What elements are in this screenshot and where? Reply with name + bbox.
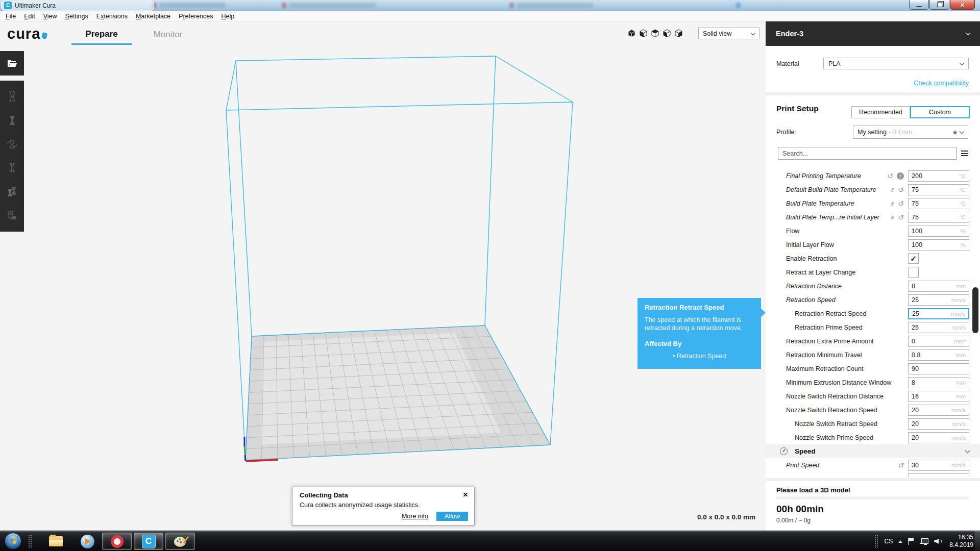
network-icon[interactable] [920, 538, 928, 545]
view-right-icon[interactable] [674, 29, 683, 38]
menu-preferences[interactable]: Preferences [175, 13, 217, 20]
speed-section-header[interactable]: Speed [766, 444, 980, 458]
setting-search-input[interactable] [778, 147, 957, 160]
reset-icon[interactable] [898, 186, 904, 194]
close-icon[interactable] [463, 490, 468, 499]
taskbar-cura-button[interactable] [134, 533, 163, 550]
tab-monitor[interactable]: Monitor [144, 24, 191, 45]
setting-row[interactable]: Build Plate Temperature75°C [766, 196, 980, 210]
volume-icon[interactable] [934, 538, 942, 545]
menu-help[interactable]: Help [217, 13, 238, 20]
setting-row[interactable]: Build Plate Temp...re Initial Layer75°C [766, 210, 980, 224]
setting-visibility-menu-icon[interactable] [961, 151, 968, 156]
custom-mode-button[interactable]: Custom [910, 106, 970, 118]
show-desktop-button[interactable] [974, 531, 980, 551]
setting-checkbox[interactable] [908, 267, 919, 278]
menu-settings[interactable]: Settings [61, 13, 92, 20]
setting-value-field[interactable]: 16mm [908, 391, 969, 402]
restore-button[interactable] [929, 0, 949, 10]
setting-value-field[interactable]: 100% [908, 226, 969, 237]
setting-row[interactable]: Retraction Prime Speed25mm/s [766, 320, 980, 334]
more-info-link[interactable]: More info [402, 513, 428, 520]
recommended-mode-button[interactable]: Recommended [851, 106, 910, 118]
link-icon[interactable] [888, 186, 896, 194]
setting-value-field[interactable]: 8mm [908, 377, 969, 388]
setting-checkbox[interactable] [908, 253, 919, 264]
setting-row[interactable]: Flow100% [766, 224, 980, 238]
reset-icon[interactable] [898, 461, 904, 469]
action-center-flag-icon[interactable] [908, 538, 914, 545]
check-compatibility-link[interactable]: Check compatibility [914, 80, 969, 87]
setting-value-field[interactable]: 0.8mm [908, 349, 969, 361]
show-hidden-icons-arrow[interactable] [898, 540, 902, 543]
setting-value-field[interactable]: 30mm/s [908, 460, 969, 471]
tab-prepare[interactable]: Prepare [71, 24, 132, 45]
viewport-canvas[interactable] [0, 46, 766, 531]
setting-row[interactable]: Nozzle Switch Retraction Distance16mm [766, 389, 980, 403]
close-button[interactable] [950, 0, 975, 10]
setting-value-field[interactable]: 100% [908, 239, 969, 251]
menu-extensions[interactable]: Extensions [92, 13, 132, 20]
setting-value-field[interactable]: 75°C [908, 198, 969, 209]
setting-value-field[interactable]: 25mm/s [908, 294, 969, 306]
function-icon[interactable] [897, 172, 904, 180]
language-indicator[interactable]: CS [885, 538, 893, 545]
link-icon[interactable] [888, 199, 896, 208]
menu-marketplace[interactable]: Marketplace [132, 13, 175, 20]
view-3d-icon[interactable] [627, 29, 636, 38]
menu-file[interactable]: File [2, 13, 20, 20]
setting-value-field[interactable]: 20mm/s [908, 405, 969, 416]
toolbar-grip[interactable] [874, 535, 879, 548]
toolbar-grip[interactable] [28, 535, 33, 548]
setting-row[interactable]: Maximum Retraction Count90 [766, 362, 980, 375]
setting-row[interactable]: Minimum Extrusion Distance Window8mm [766, 375, 980, 389]
setting-value-field[interactable]: 75°C [908, 212, 969, 223]
setting-row-hovered[interactable]: Retraction Retract Speed25mm/s [766, 307, 980, 320]
view-front-icon[interactable] [639, 29, 648, 38]
setting-row[interactable]: Nozzle Switch Retract Speed20mm/s [766, 417, 980, 431]
setting-row[interactable]: Retraction Minimum Travel0.8mm [766, 348, 980, 362]
profile-dropdown[interactable]: My setting - 0.1mm [853, 126, 968, 139]
setting-value-field[interactable]: 0mm³ [908, 336, 969, 347]
taskbar-media-player-button[interactable] [72, 533, 102, 550]
setting-row[interactable]: Final Printing Temperature200°C [766, 169, 980, 183]
menu-view[interactable]: View [39, 13, 61, 20]
setting-row[interactable]: Retraction Speed25mm/s [766, 293, 980, 307]
setting-row[interactable]: Retraction Distance8mm [766, 279, 980, 293]
reset-icon[interactable] [898, 199, 904, 208]
setting-row[interactable]: Retract at Layer Change [766, 265, 980, 279]
setting-row[interactable]: Initial Layer Flow100% [766, 238, 980, 252]
taskbar-opera-button[interactable] [102, 533, 132, 550]
setting-row[interactable]: Print Speed30mm/s [766, 458, 980, 472]
reset-icon[interactable] [887, 172, 893, 180]
setting-value-field[interactable]: 25mm/s [908, 322, 969, 333]
start-button[interactable] [5, 533, 21, 549]
setting-value-field[interactable]: 8mm [908, 281, 969, 292]
settings-scrollbar[interactable] [972, 287, 978, 333]
setting-value-field[interactable]: 200°C [908, 170, 969, 182]
allow-button[interactable]: Allow [436, 512, 468, 521]
setting-row[interactable]: Nozzle Switch Retraction Speed20mm/s [766, 403, 980, 417]
taskbar-explorer-button[interactable] [41, 533, 70, 550]
setting-row[interactable]: Nozzle Switch Prime Speed20mm/s [766, 431, 980, 444]
minimize-button[interactable] [909, 0, 929, 10]
view-left-icon[interactable] [663, 29, 671, 38]
setting-value-field[interactable]: 20mm/s [908, 432, 969, 443]
machine-selector[interactable]: Ender-3 [766, 21, 980, 46]
setting-row[interactable]: Enable Retraction [766, 252, 980, 265]
reset-icon[interactable] [898, 213, 904, 221]
view-top-icon[interactable] [651, 29, 659, 38]
link-icon[interactable] [888, 213, 896, 221]
material-dropdown[interactable]: PLA [823, 58, 969, 69]
star-icon[interactable] [952, 129, 958, 136]
menu-edit[interactable]: Edit [20, 13, 39, 20]
setting-value-field[interactable]: 20mm/s [908, 418, 969, 430]
clock[interactable]: 16:35 8.4.2019 [949, 534, 973, 549]
setting-value-field[interactable]: 90 [908, 363, 969, 374]
title-bar[interactable]: Ultimaker Cura [0, 0, 980, 11]
taskbar-paint-button[interactable] [165, 533, 195, 550]
view-mode-dropdown[interactable]: Solid view [698, 28, 760, 39]
setting-row[interactable]: Default Build Plate Temperature75°C [766, 183, 980, 196]
setting-value-field[interactable]: 75°C [908, 184, 969, 195]
setting-row[interactable]: Retraction Extra Prime Amount0mm³ [766, 334, 980, 348]
